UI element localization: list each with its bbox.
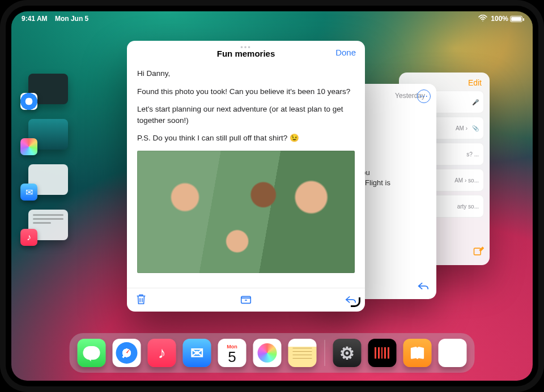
archive-button[interactable] — [240, 293, 252, 308]
mail-line: P.S. Do you think I can still pull off t… — [137, 133, 355, 144]
done-button[interactable]: Done — [335, 48, 356, 57]
dock-app-mail[interactable] — [183, 339, 211, 367]
mail-compose-window[interactable]: ••• Fun memories Done Hi Danny, Found th… — [127, 41, 365, 312]
dock-app-notes[interactable] — [288, 339, 317, 367]
stage-manager-strip — [28, 74, 74, 240]
dock-app-settings[interactable] — [333, 339, 362, 367]
music-icon — [20, 229, 37, 246]
ipad-frame: 9:41 AM Mon Jun 5 100% — [6, 6, 538, 386]
status-bar: 9:41 AM Mon Jun 5 100% — [11, 11, 533, 26]
mail-toolbar — [127, 288, 365, 312]
attached-photo[interactable] — [137, 151, 355, 273]
battery-indicator: 100% — [491, 15, 522, 23]
calendar-day: 5 — [228, 350, 236, 364]
mail-icon — [20, 184, 37, 201]
dock-app-books[interactable] — [403, 339, 432, 367]
dock-app-music[interactable] — [148, 339, 176, 367]
safari-icon — [20, 93, 37, 110]
dock-app-messages[interactable] — [78, 339, 106, 367]
mail-line: Found this photo you took! Can you belie… — [137, 86, 355, 97]
status-time: 9:41 AM — [22, 15, 48, 23]
more-options-button[interactable]: ⋯ — [417, 90, 431, 103]
status-date: Mon Jun 5 — [55, 15, 88, 23]
battery-pct: 100% — [491, 15, 508, 23]
stage-thumb-mail[interactable] — [28, 164, 68, 195]
trash-button[interactable] — [135, 293, 147, 308]
reply-button[interactable] — [417, 279, 430, 293]
stage-thumb-safari[interactable] — [28, 74, 68, 104]
wifi-icon — [478, 15, 487, 23]
attachment-icon: 📎 — [472, 125, 479, 131]
dock: Mon 5 — [70, 333, 475, 373]
dock-app-calendar[interactable]: Mon 5 — [218, 339, 246, 367]
stage-thumb-photos[interactable] — [28, 119, 68, 150]
svg-rect-0 — [474, 248, 481, 255]
window-grabber-icon[interactable]: ••• — [240, 43, 252, 52]
ipad-screen: 9:41 AM Mon Jun 5 100% — [11, 11, 533, 381]
mic-icon: 🎤 — [472, 99, 479, 105]
status-left: 9:41 AM Mon Jun 5 — [22, 15, 88, 23]
mail-titlebar[interactable]: ••• Fun memories Done — [127, 41, 365, 66]
compose-button[interactable] — [473, 246, 484, 259]
stage-thumb-music[interactable] — [28, 210, 68, 240]
mail-line: Let's start planning our next adventure … — [137, 104, 355, 126]
mail-body[interactable]: Hi Danny, Found this photo you took! Can… — [127, 66, 365, 288]
resize-handle[interactable] — [351, 298, 362, 308]
dock-app-safari[interactable] — [113, 339, 141, 367]
mail-line: Hi Danny, — [137, 68, 355, 79]
status-right: 100% — [478, 15, 522, 23]
edit-button[interactable]: Edit — [468, 78, 482, 87]
dock-app-photos[interactable] — [253, 339, 282, 367]
dock-separator — [325, 340, 325, 366]
photos-icon — [20, 138, 37, 155]
dock-app-voicememos[interactable] — [368, 339, 397, 367]
dock-app-library[interactable] — [439, 339, 467, 367]
